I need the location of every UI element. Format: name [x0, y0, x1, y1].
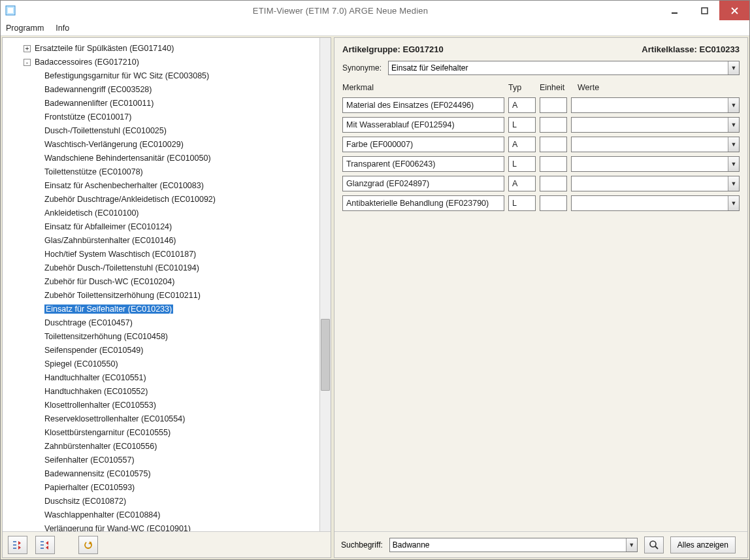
tree-item[interactable]: Duschsitz (EC010872) [5, 495, 317, 508]
feature-einheit[interactable] [540, 156, 567, 172]
tree-item[interactable]: Klosettrollenhalter (EC010553) [5, 399, 317, 412]
tree-item[interactable]: Hoch/tief System Waschtisch (EC010187) [5, 248, 317, 261]
scrollbar-thumb[interactable] [321, 319, 330, 391]
feature-name[interactable]: Transparent (EF006243) [342, 156, 504, 172]
tree-group[interactable]: -Badaccessoires (EG017210) [5, 56, 317, 69]
tree-item[interactable]: Zubehör für Dusch-WC (EC010204) [5, 275, 317, 289]
feature-name[interactable]: Mit Wasserablauf (EF012594) [342, 117, 504, 133]
feature-typ[interactable]: L [508, 117, 536, 133]
feature-row: Glanzgrad (EF024897)A▼ [342, 176, 740, 191]
close-button[interactable] [719, 1, 749, 20]
tree-item[interactable]: Spiegel (EC010550) [5, 357, 317, 371]
maximize-button[interactable] [689, 1, 719, 20]
tree-item[interactable]: Toilettenstütze (EC010078) [5, 165, 317, 179]
tree-item[interactable]: Klosettbürstengarnitur (EC010555) [5, 426, 317, 440]
tree-item[interactable]: Glas/Zahnbürstenhalter (EC010146) [5, 234, 317, 248]
feature-row: Transparent (EF006243)L▼ [342, 156, 740, 172]
menu-programm[interactable]: Programm [6, 24, 44, 33]
feature-wert-combo[interactable]: ▼ [571, 176, 740, 191]
feature-einheit[interactable] [540, 137, 567, 152]
feature-einheit[interactable] [540, 176, 567, 191]
tree-view[interactable]: +Ersatzteile für Spülkästen (EG017140)-B… [3, 38, 319, 531]
tree-item[interactable]: Zahnbürstenhalter (EC010556) [5, 440, 317, 453]
tree-group-label: Ersatzteile für Spülkästen (EG017140) [35, 44, 174, 53]
synonyme-row: Synonyme: Einsatz für Seifehalter ▼ [342, 61, 740, 75]
feature-wert-combo[interactable]: ▼ [571, 137, 740, 152]
tree-item-label: Badewannenlifter (EC010011) [44, 99, 154, 108]
tree-item[interactable]: Einsatz für Seifehalter (EC010233) [5, 303, 317, 316]
article-class-value: EC010233 [700, 44, 740, 54]
svg-rect-1 [8, 8, 13, 13]
refresh-button[interactable] [78, 536, 98, 554]
collapse-all-button[interactable] [35, 536, 55, 554]
feature-einheit[interactable] [540, 195, 567, 211]
expand-icon[interactable]: + [24, 45, 31, 52]
tree-item[interactable]: Befestigungsgarnitur für WC Sitz (EC0030… [5, 69, 317, 83]
tree-item[interactable]: Zubehör Duschtrage/Ankleidetisch (EC0100… [5, 193, 317, 206]
feature-wert-combo[interactable]: ▼ [571, 97, 740, 113]
tree-item[interactable]: Einsatz für Aschenbecherhalter (EC010083… [5, 179, 317, 193]
feature-typ[interactable]: A [508, 97, 536, 113]
tree-item[interactable]: Handtuchhaken (EC010552) [5, 385, 317, 399]
feature-typ[interactable]: A [508, 176, 536, 191]
tree-item[interactable]: Badewannenlifter (EC010011) [5, 97, 317, 110]
tree-item-label: Papierhalter (EC010593) [44, 483, 135, 492]
tree-item-label: Einsatz für Seifehalter (EC010233) [44, 305, 173, 314]
synonyme-combo[interactable]: Einsatz für Seifehalter ▼ [388, 61, 740, 75]
menu-info[interactable]: Info [56, 24, 69, 33]
right-bottom-toolbar: Suchbegriff: Badwanne ▼ Alles anzeigen [334, 531, 747, 557]
tree-item[interactable]: Toilettensitzerhöhung (EC010458) [5, 330, 317, 344]
collapse-icon[interactable]: - [24, 59, 31, 66]
tree-item[interactable]: Seifenhalter (EC010557) [5, 453, 317, 467]
tree-item[interactable]: Waschtisch-Verlängerung (EC010029) [5, 138, 317, 152]
tree-item[interactable]: Einsatz für Abfalleimer (EC010124) [5, 220, 317, 234]
tree-item[interactable]: Ankleidetisch (EC010100) [5, 206, 317, 220]
tree-item[interactable]: Duschtrage (EC010457) [5, 316, 317, 330]
show-all-button[interactable]: Alles anzeigen [670, 536, 736, 553]
tree-item-label: Einsatz für Abfalleimer (EC010124) [44, 222, 172, 231]
tree-item-label: Seifenhalter (EC010557) [44, 455, 135, 465]
tree-item[interactable]: Frontstütze (EC010017) [5, 110, 317, 124]
search-combo[interactable]: Badwanne ▼ [389, 538, 638, 552]
tree-item-label: Hoch/tief System Waschtisch (EC010187) [44, 250, 196, 259]
article-class-label: Artikelklasse: [642, 44, 697, 54]
feature-typ[interactable]: L [508, 156, 536, 172]
feature-wert-combo[interactable]: ▼ [571, 195, 740, 211]
tree-item[interactable]: Seifenspender (EC010549) [5, 344, 317, 357]
search-button[interactable] [644, 536, 664, 553]
tree-item[interactable]: Papierhalter (EC010593) [5, 481, 317, 495]
tree-item-label: Waschtisch-Verlängerung (EC010029) [44, 140, 184, 149]
feature-row: Material des Einsatzes (EF024496)A▼ [342, 97, 740, 113]
expand-all-button[interactable] [8, 536, 27, 554]
feature-name[interactable]: Material des Einsatzes (EF024496) [342, 97, 504, 113]
tree-item[interactable]: Wandschiene Behindertensanitär (EC010050… [5, 152, 317, 165]
col-werte: Werte [578, 83, 740, 92]
tree-item[interactable]: Handtuchhalter (EC010551) [5, 371, 317, 385]
tree-item[interactable]: Reserveklosettrollenhalter (EC010554) [5, 412, 317, 426]
tree-group[interactable]: +Ersatzteile für Spülkästen (EG017140) [5, 42, 317, 56]
feature-typ[interactable]: L [508, 195, 536, 211]
left-pane: +Ersatzteile für Spülkästen (EG017140)-B… [2, 37, 331, 558]
tree-item[interactable]: Zubehör Dusch-/Toilettenstuhl (EC010194) [5, 261, 317, 275]
svg-rect-3 [702, 8, 708, 14]
tree-item-label: Frontstütze (EC010017) [44, 112, 131, 122]
minimize-button[interactable] [659, 1, 689, 20]
tree-item[interactable]: Badewannengriff (EC003528) [5, 83, 317, 97]
tree-item[interactable]: Waschlappenhalter (EC010884) [5, 508, 317, 522]
tree-item[interactable]: Badewannensitz (EC010575) [5, 467, 317, 481]
feature-wert-combo[interactable]: ▼ [571, 156, 740, 172]
chevron-down-icon: ▼ [728, 176, 739, 191]
feature-einheit[interactable] [540, 117, 567, 133]
tree-item-label: Einsatz für Aschenbecherhalter (EC010083… [44, 181, 204, 190]
feature-wert-combo[interactable]: ▼ [571, 117, 740, 133]
tree-scrollbar[interactable] [319, 38, 331, 531]
feature-name[interactable]: Antibakterielle Behandlung (EF023790) [342, 195, 504, 211]
tree-item[interactable]: Verlängerung für Wand-WC (EC010901) [5, 522, 317, 531]
feature-name[interactable]: Glanzgrad (EF024897) [342, 176, 504, 191]
feature-name[interactable]: Farbe (EF000007) [342, 137, 504, 152]
search-value: Badwanne [393, 540, 430, 550]
feature-einheit[interactable] [540, 97, 567, 113]
feature-typ[interactable]: A [508, 137, 536, 152]
tree-item[interactable]: Zubehör Toilettensitzerhöhung (EC010211) [5, 289, 317, 303]
tree-item[interactable]: Dusch-/Toilettenstuhl (EC010025) [5, 124, 317, 138]
